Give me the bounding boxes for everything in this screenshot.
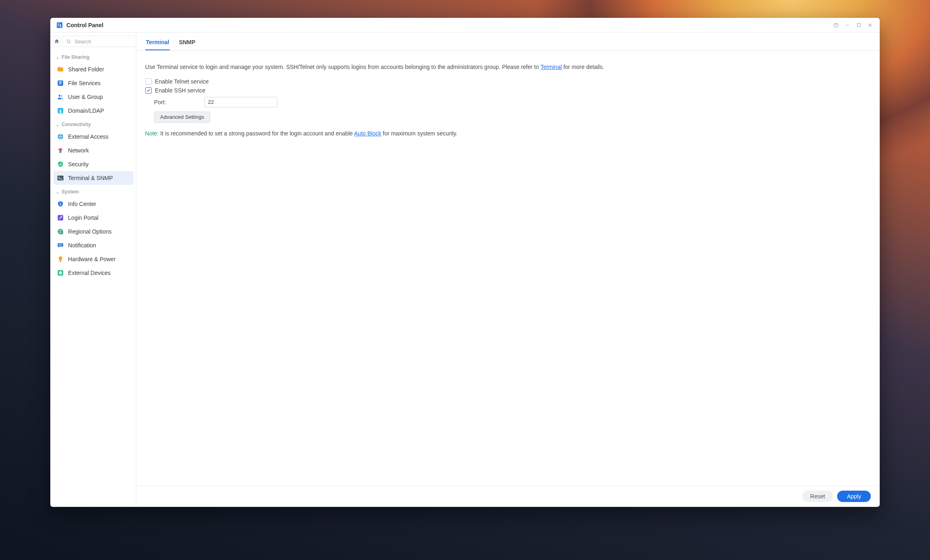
label-enable-telnet: Enable Telnet service [155, 78, 209, 85]
search-input[interactable] [74, 38, 136, 45]
svg-rect-1 [58, 23, 59, 26]
close-button[interactable] [864, 19, 876, 31]
note-suffix: for maximum system security. [381, 130, 457, 137]
regional-icon [57, 228, 64, 235]
address-book-icon [57, 107, 64, 114]
search-field[interactable] [62, 36, 136, 47]
sidebar-item-file-services[interactable]: File Services [54, 76, 133, 90]
row-port: Port: [154, 97, 871, 107]
chevron-up-icon: ⌃ [56, 190, 59, 194]
label-enable-ssh: Enable SSH service [155, 87, 206, 94]
file-services-icon [57, 79, 64, 87]
terminal-icon [57, 174, 64, 182]
sidebar-item-security[interactable]: Security [54, 157, 133, 171]
shield-icon [57, 161, 64, 168]
svg-point-27 [60, 273, 61, 274]
sidebar-item-shared-folder[interactable]: Shared Folder [54, 62, 133, 76]
sidebar-item-external-devices[interactable]: External Devices [54, 266, 133, 280]
checkbox-enable-telnet[interactable] [145, 78, 152, 85]
svg-rect-20 [60, 204, 61, 206]
tab-snmp[interactable]: SNMP [178, 36, 196, 50]
chevron-up-icon: ⌃ [56, 122, 59, 127]
users-icon [57, 93, 64, 101]
globe-icon [57, 133, 64, 140]
maximize-button[interactable] [853, 19, 864, 31]
intro-link-terminal[interactable]: Terminal [540, 64, 562, 70]
info-icon [57, 200, 64, 208]
svg-rect-2 [60, 24, 61, 27]
sidebar-item-label: External Devices [68, 270, 111, 276]
row-enable-ssh: Enable SSH service [145, 87, 871, 94]
sidebar-item-info-center[interactable]: Info Center [54, 197, 133, 211]
sidebar-item-label: User & Group [68, 94, 103, 100]
sidebar-item-label: Shared Folder [68, 66, 104, 73]
svg-point-9 [67, 40, 70, 43]
svg-point-4 [836, 26, 836, 26]
section-header-connectivity[interactable]: ⌃ Connectivity [54, 118, 133, 130]
svg-rect-24 [60, 261, 61, 262]
sidebar-item-regional-options[interactable]: Regional Options [54, 225, 133, 238]
sidebar-item-label: Login Portal [68, 215, 99, 221]
note-link-auto-block[interactable]: Auto Block [354, 130, 381, 137]
svg-line-10 [69, 42, 71, 43]
login-portal-icon [57, 214, 64, 221]
sidebar-item-label: Hardware & Power [68, 256, 116, 262]
label-port: Port: [154, 99, 199, 105]
tab-bar: Terminal SNMP [136, 32, 880, 51]
window-title: Control Panel [67, 22, 103, 28]
intro-suffix: for more details. [562, 64, 604, 70]
home-button[interactable] [54, 36, 60, 47]
sidebar-item-notification[interactable]: Notification [54, 238, 133, 252]
apply-button[interactable]: Apply [837, 491, 871, 502]
sidebar-item-domain-ldap[interactable]: Domain/LDAP [54, 104, 133, 118]
note-label: Note: [145, 130, 159, 137]
sidebar-item-login-portal[interactable]: Login Portal [54, 211, 133, 225]
svg-point-15 [60, 109, 61, 111]
sidebar-item-network[interactable]: Network [54, 144, 133, 157]
device-icon [57, 269, 64, 277]
help-button[interactable] [830, 19, 842, 31]
section-label: Connectivity [62, 122, 91, 127]
intro-text: Use Terminal service to login and manage… [145, 63, 871, 72]
sidebar-item-external-access[interactable]: External Access [54, 130, 133, 144]
svg-rect-17 [60, 151, 62, 153]
advanced-settings-button[interactable]: Advanced Settings [154, 112, 210, 123]
section-header-system[interactable]: ⌃ System [54, 185, 133, 197]
input-port[interactable] [204, 97, 277, 107]
sidebar-item-hardware-power[interactable]: Hardware & Power [54, 252, 133, 266]
sidebar-item-label: Security [68, 161, 89, 167]
sidebar-item-label: Notification [68, 242, 96, 249]
minimize-button[interactable] [842, 19, 853, 31]
chevron-up-icon: ⌃ [56, 55, 59, 60]
tab-terminal[interactable]: Terminal [145, 36, 170, 50]
checkbox-enable-ssh[interactable] [145, 87, 152, 94]
sidebar-item-terminal-snmp[interactable]: Terminal & SNMP [54, 171, 133, 185]
svg-point-12 [58, 95, 60, 97]
footer-bar: Reset Apply [136, 485, 880, 507]
svg-point-19 [60, 203, 61, 204]
svg-rect-26 [59, 271, 62, 275]
sidebar-item-user-group[interactable]: User & Group [54, 90, 133, 104]
control-panel-window: Control Panel [50, 18, 880, 507]
section-header-file-sharing[interactable]: ⌃ File Sharing [54, 50, 133, 62]
svg-rect-6 [857, 24, 860, 27]
sidebar-item-label: Info Center [68, 201, 96, 207]
reset-button[interactable]: Reset [802, 491, 833, 502]
search-icon [66, 39, 71, 44]
network-icon [57, 147, 64, 154]
chat-icon [57, 242, 64, 249]
svg-rect-18 [57, 176, 63, 180]
sidebar-item-label: Network [68, 147, 89, 154]
sidebar-item-label: File Services [68, 80, 101, 86]
note-prefix: It is recommended to set a strong passwo… [159, 130, 354, 137]
sidebar-item-label: External Access [68, 133, 109, 140]
window-titlebar: Control Panel [50, 18, 880, 32]
desktop-background: Control Panel [0, 0, 930, 560]
main-panel: Terminal SNMP Use Terminal service to lo… [136, 32, 880, 507]
tab-content-terminal: Use Terminal service to login and manage… [136, 51, 880, 485]
control-panel-icon [56, 21, 63, 29]
folder-icon [57, 66, 64, 73]
sidebar-item-label: Terminal & SNMP [68, 175, 113, 181]
note-text: Note: It is recommended to set a strong … [145, 130, 871, 137]
sidebar-item-label: Regional Options [68, 228, 112, 235]
